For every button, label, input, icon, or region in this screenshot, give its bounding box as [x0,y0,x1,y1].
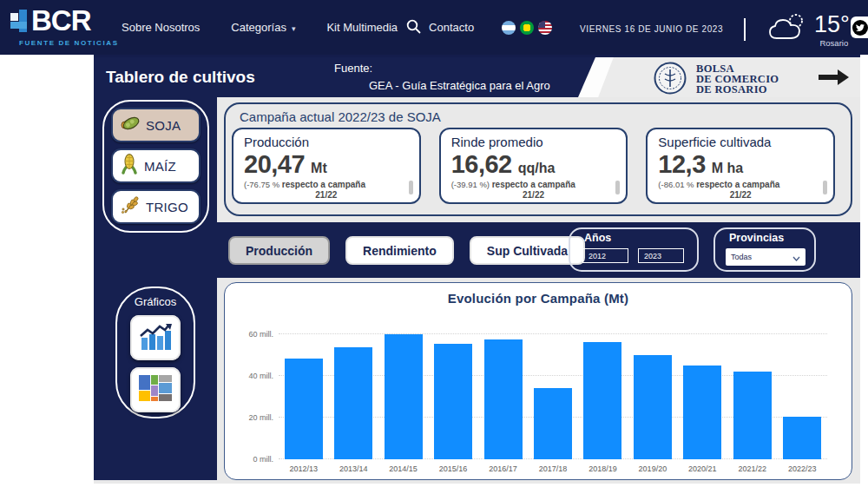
forward-arrow-button[interactable] [817,69,850,89]
kpi-unit: Mt [311,161,327,175]
tab-rendimiento[interactable]: Rendimiento [345,236,454,265]
crop-button-soja[interactable]: SOJA [111,108,201,142]
bar-slot: 2020/21 [678,324,727,459]
kpi-card-rinde-promedio: Rinde promedio16,62qq/ha(-39.91 %) respe… [439,128,628,204]
kpi-delta-note: respecto a campaña [492,180,575,189]
bcr-plus-icon [9,8,31,41]
source-block: Fuente: GEA - Guía Estratégica para el A… [334,60,550,95]
x-axis-tick: 2017/18 [539,464,568,473]
x-axis-tick: 2016/17 [489,464,517,473]
search-icon[interactable] [406,19,421,37]
nav-item-contacto[interactable]: Contacto [429,21,474,34]
crop-button-maiz[interactable]: MAÍZ [111,148,201,183]
crop-label: MAÍZ [144,159,176,174]
crops-dashboard: Tablero de cultivos Fuente: GEA - Guía E… [94,55,860,484]
kpi-cards: Producción20,47Mt(-76.75 % respecto a ca… [232,128,835,204]
kpi-label: Producción [244,135,409,149]
card-scrollbar[interactable] [615,181,620,194]
kpi-value: 20,47 [244,150,305,178]
filters-section: ProducciónRendimientoSup Cultivada Años … [217,222,860,278]
years-label: Años [584,232,697,244]
card-scrollbar[interactable] [823,181,827,194]
soybean-icon [120,114,141,136]
kpi-delta-note2: 21/22 [451,190,616,201]
bar-2015-16[interactable] [434,344,472,459]
treemap-button[interactable] [130,367,181,412]
chart-section: Evolución por Campaña (Mt) 60 mill.40 mi… [217,278,860,484]
bar-2016-17[interactable] [484,339,523,459]
logo-text: BCR [31,4,91,37]
tab-produccion[interactable]: Producción [228,236,330,265]
bar-chart-button[interactable] [130,315,181,360]
bar-slot: 2014/15 [378,324,428,459]
org-name: BOLSA DE COMERCIO DE ROSARIO [696,63,779,95]
bar-2019-20[interactable] [634,355,672,459]
bar-series: 2012/132013/142014/152015/162016/172017/… [279,324,827,459]
date-text: VIERNES 16 DE JUNIO DE 2023 [580,24,723,34]
bar-2013-14[interactable] [334,347,372,459]
brazil-flag-icon[interactable] [520,21,534,35]
bar-2022-23[interactable] [783,417,821,459]
crop-label: TRIGO [146,200,188,214]
bar-slot: 2013/14 [328,324,378,459]
usa-flag-icon[interactable] [538,21,552,35]
kpi-delta-pct: (-86.01 % [658,180,694,189]
metric-tabs: ProducciónRendimientoSup Cultivada [228,236,585,265]
kpi-value: 16,62 [451,150,512,178]
bar-chart-icon [139,322,172,353]
kpi-card-superficie-cultivada: Superficie cultivada12,3M ha(-86.01 % re… [646,128,835,204]
provinces-label: Provincias [729,232,814,244]
bar-2020-21[interactable] [683,366,721,459]
year-from-input[interactable] [582,248,628,263]
top-navbar: BCR FUENTE DE NOTICIAS Sobre NosotrosCat… [0,0,868,55]
twitter-button[interactable] [851,16,868,38]
org-line-3: DE ROSARIO [696,84,779,95]
kpi-delta-note: respecto a campaña [282,180,365,189]
kpi-delta: (-76.75 % respecto a campaña21/22 [244,180,409,201]
provinces-dropdown[interactable]: Todas [726,248,806,266]
bar-chart-plot: 60 mill.40 mill.20 mill.0 mill. 2012/132… [279,324,827,459]
kpi-delta: (-39.91 %) respecto a campaña21/22 [451,180,616,201]
graphs-group: Gráficos [115,287,195,418]
y-axis-tick: 20 mill. [232,413,273,422]
dashboard-title: Tablero de cultivos [106,68,255,87]
bcr-logo[interactable]: BCR FUENTE DE NOTICIAS [9,4,119,47]
x-axis-tick: 2012/13 [289,464,318,473]
kpi-delta: (-86.01 % respecto a campaña21/22 [658,180,823,201]
nav-item-categorias[interactable]: Categorías▾ [231,21,295,34]
cloud-icon [767,11,807,48]
argentina-flag-icon[interactable] [502,21,516,35]
weather-city: Rosario [815,38,853,48]
corn-icon [120,154,139,178]
wheat-icon [120,195,141,218]
kpi-panel-title: Campaña actual 2022/23 de SOJA [240,109,441,124]
bar-2021-22[interactable] [733,372,772,459]
bar-slot: 2017/18 [528,324,577,459]
year-to-input[interactable] [638,248,684,263]
bar-slot: 2018/19 [578,324,628,459]
x-axis-tick: 2020/21 [688,464,717,473]
dashboard-header: Tablero de cultivos Fuente: GEA - Guía E… [94,55,860,97]
x-axis-tick: 2018/19 [589,464,617,473]
crop-selector-group: SOJAMAÍZTRIGO [102,100,209,233]
card-scrollbar[interactable] [409,181,413,194]
years-filter-group: Años [569,227,699,272]
bar-2012-13[interactable] [285,359,323,459]
kpi-card-produccion: Producción20,47Mt(-76.75 % respecto a ca… [232,128,421,204]
bar-slot: 2015/16 [428,324,477,459]
graphs-label: Gráficos [117,295,194,308]
bar-slot: 2019/20 [628,324,677,459]
chart-title: Evolución por Campaña (Mt) [225,291,852,306]
dashboard-sidebar: SOJAMAÍZTRIGO Gráficos [94,97,217,480]
bar-2018-19[interactable] [583,342,621,459]
kpi-label: Superficie cultivada [658,135,823,149]
language-flags [502,21,552,35]
bar-2017-18[interactable] [534,388,572,459]
screen: BCR FUENTE DE NOTICIAS Sobre NosotrosCat… [0,0,868,494]
crop-button-trigo[interactable]: TRIGO [111,189,201,224]
kpi-delta-note2: 21/22 [658,190,823,201]
kpi-unit: qq/ha [518,161,556,175]
bar-2014-15[interactable] [385,334,423,459]
nav-item-sobre-nosotros[interactable]: Sobre Nosotros [122,21,200,34]
nav-item-kit-multimedia[interactable]: Kit Multimedia [326,21,398,34]
